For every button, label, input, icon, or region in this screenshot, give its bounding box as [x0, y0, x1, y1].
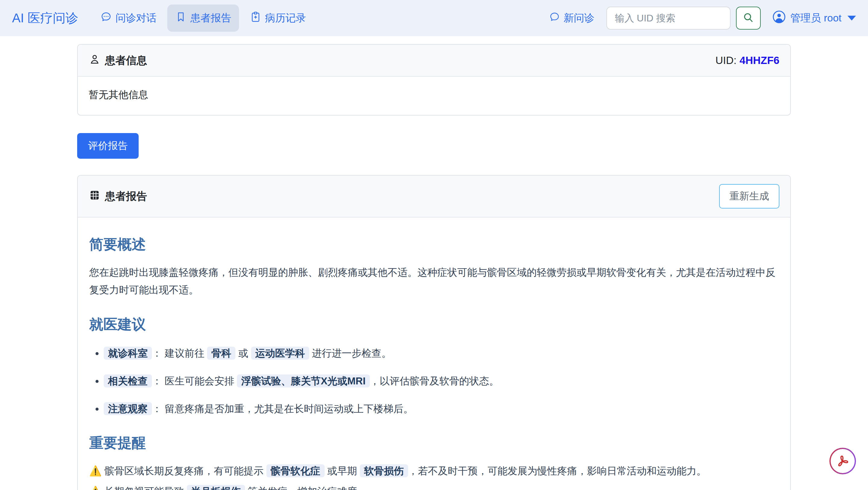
highlight-term: 软骨损伤	[360, 464, 408, 477]
report-body: 简要概述 您在起跳时出现膝盖轻微疼痛，但没有明显的肿胀、剧烈疼痛或其他不适。这种…	[78, 218, 790, 490]
main-nav: 问诊对话 患者报告 病历记录	[93, 4, 314, 32]
regenerate-button[interactable]: 重新生成	[719, 184, 779, 208]
highlight-term: 髌骨软化症	[267, 464, 324, 477]
section-heading-overview: 简要概述	[89, 235, 779, 254]
reminder-line: ⚠️ 髌骨区域长期反复疼痛，有可能提示 髌骨软化症 或早期 软骨损伤，若不及时干…	[89, 462, 779, 480]
new-consult-button[interactable]: 新问诊	[549, 11, 594, 25]
highlight-term: 浮髌试验、膝关节X光或MRI	[237, 374, 370, 387]
top-navbar: AI 医疗问诊 问诊对话 患者报告	[0, 0, 868, 36]
new-consult-label: 新问诊	[564, 11, 594, 25]
highlight-term: 相关检查	[104, 374, 152, 387]
user-label: 管理员 root	[790, 11, 841, 25]
patient-report-title-text: 患者报告	[105, 189, 147, 203]
pdf-icon	[831, 449, 855, 473]
user-menu[interactable]: 管理员 root	[772, 10, 856, 26]
highlight-term: 就诊科室	[104, 347, 152, 359]
patient-info-title-text: 患者信息	[105, 53, 147, 67]
chevron-down-icon	[847, 16, 856, 21]
patient-info-header: 患者信息 UID:4HHZF6	[78, 45, 790, 77]
patient-report-title: 患者报告	[89, 189, 147, 204]
evaluate-report-button[interactable]: 评价报告	[77, 133, 138, 159]
nav-item-label: 患者报告	[190, 11, 231, 25]
nav-item-label: 病历记录	[265, 11, 306, 25]
advice-item: 相关检查： 医生可能会安排 浮髌试验、膝关节X光或MRI，以评估髌骨及软骨的状态…	[104, 373, 779, 390]
nav-item-medical-records[interactable]: 病历记录	[242, 4, 314, 32]
nav-item-consult-chat[interactable]: 问诊对话	[93, 4, 164, 32]
chat-bubble-icon	[549, 11, 560, 25]
highlight-term: 注意观察	[104, 402, 152, 415]
uid-label: UID:	[715, 54, 737, 66]
advice-item: 注意观察： 留意疼痛是否加重，尤其是在长时间运动或上下楼梯后。	[104, 400, 779, 417]
patient-info-card: 患者信息 UID:4HHZF6 暂无其他信息	[77, 44, 791, 116]
navbar-right: 新问诊 管理员 root	[549, 7, 856, 30]
app-logo: AI 医疗问诊	[12, 10, 78, 27]
highlight-term: 骨科	[207, 347, 236, 359]
person-icon	[89, 53, 101, 67]
search-icon	[742, 11, 754, 25]
reminder-line: ⚠️ 长期忽视可能导致 半月板损伤 等并发症，增加治疗难度。	[89, 483, 779, 490]
highlight-term: 运动医学科	[251, 347, 309, 359]
nav-item-label: 问诊对话	[116, 11, 156, 25]
user-avatar-icon	[772, 10, 786, 26]
section-heading-reminder: 重要提醒	[89, 434, 779, 453]
section-heading-advice: 就医建议	[89, 315, 779, 334]
main-content: 患者信息 UID:4HHZF6 暂无其他信息 评价报告 患者报告 重新生成	[77, 44, 791, 490]
patient-report-card: 患者报告 重新生成 简要概述 您在起跳时出现膝盖轻微疼痛，但没有明显的肿胀、剧烈…	[77, 175, 791, 490]
bookmark-icon	[175, 11, 187, 25]
overview-paragraph: 您在起跳时出现膝盖轻微疼痛，但没有明显的肿胀、剧烈疼痛或其他不适。这种症状可能与…	[89, 264, 779, 299]
patient-info-title: 患者信息	[89, 53, 147, 67]
export-pdf-button[interactable]	[830, 448, 856, 474]
uid-value: 4HHZF6	[740, 54, 779, 66]
patient-info-body: 暂无其他信息	[78, 77, 790, 115]
advice-list: 就诊科室： 建议前往 骨科 或 运动医学科 进行进一步检查。 相关检查： 医生可…	[89, 345, 779, 417]
highlight-term: 半月板损伤	[187, 485, 245, 490]
advice-item: 就诊科室： 建议前往 骨科 或 运动医学科 进行进一步检查。	[104, 345, 779, 362]
search-button[interactable]	[736, 7, 761, 30]
patient-report-header: 患者报告 重新生成	[78, 176, 790, 218]
table-icon	[89, 189, 101, 204]
chat-dots-icon	[100, 11, 112, 25]
uid-search-input[interactable]	[607, 7, 731, 30]
clipboard-plus-icon	[250, 11, 261, 25]
nav-item-patient-report[interactable]: 患者报告	[167, 4, 239, 32]
uid-display: UID:4HHZF6	[715, 54, 779, 66]
